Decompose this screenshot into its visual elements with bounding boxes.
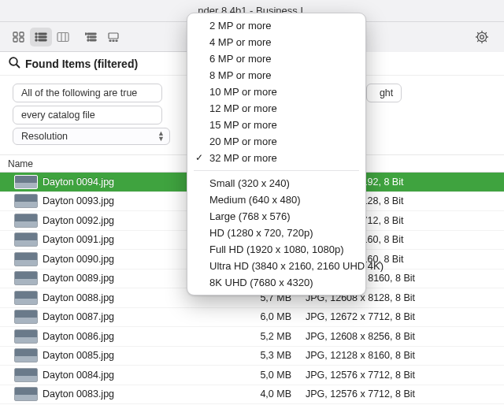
table-row[interactable]: Dayton 0085.jpg5,3 MBJPG, 12128 x 8160, …: [0, 347, 504, 366]
settings-button[interactable]: [471, 28, 493, 46]
svg-rect-19: [109, 33, 118, 39]
svg-rect-21: [113, 40, 114, 42]
menu-item[interactable]: 8K UHD (7680 x 4320): [187, 274, 365, 291]
grid-icon: [13, 32, 25, 43]
menu-item[interactable]: Medium (640 x 480): [187, 191, 365, 208]
menu-item[interactable]: Full HD (1920 x 1080, 1080p): [187, 241, 365, 258]
file-size: 5,2 MB: [236, 331, 299, 342]
thumbnail-icon: [14, 291, 38, 305]
thumbnail-icon: [14, 175, 38, 189]
right-button-partial[interactable]: ght: [366, 84, 402, 102]
thumbnail-icon: [14, 232, 38, 247]
found-label: Found Items (filtered): [25, 58, 138, 70]
svg-rect-1: [20, 32, 24, 36]
svg-rect-3: [20, 38, 24, 42]
menu-item[interactable]: 8 MP or more: [187, 67, 365, 84]
svg-rect-7: [39, 36, 46, 37]
resolution-select[interactable]: Resolution ▲▼: [13, 128, 170, 145]
view-grid-button[interactable]: [8, 28, 30, 46]
columns-icon: [57, 32, 69, 43]
menu-item[interactable]: Ultra HD (3840 x 2160, 2160 UHD 4K): [187, 258, 365, 274]
table-row[interactable]: Dayton 0084.jpg5,0 MBJPG, 12576 x 7712, …: [0, 366, 504, 385]
file-name: Dayton 0086.jpg: [43, 331, 236, 342]
filmstrip-icon: [106, 32, 120, 43]
file-name: Dayton 0085.jpg: [43, 350, 236, 361]
thumbnail-icon: [14, 387, 38, 401]
resolution-select-label: Resolution: [21, 131, 158, 142]
file-size: 6,0 MB: [236, 311, 299, 322]
view-columns-button[interactable]: [52, 28, 74, 46]
menu-item[interactable]: 32 MP or more: [187, 150, 365, 166]
menu-item[interactable]: 15 MP or more: [187, 117, 365, 133]
svg-rect-9: [39, 39, 46, 40]
menu-item[interactable]: 4 MP or more: [187, 34, 365, 50]
menu-item[interactable]: HD (1280 x 720, 720p): [187, 225, 365, 241]
menu-item[interactable]: 20 MP or more: [187, 133, 365, 150]
thumbnail-icon: [14, 310, 38, 324]
svg-point-14: [85, 33, 87, 35]
svg-line-26: [17, 65, 20, 68]
view-list-button[interactable]: [30, 28, 52, 46]
media-info: JPG, 12608 x 8256, 8 Bit: [299, 331, 504, 342]
svg-rect-20: [109, 40, 111, 42]
svg-rect-17: [90, 39, 96, 40]
menu-separator: [194, 170, 359, 171]
menu-item[interactable]: 12 MP or more: [187, 100, 365, 117]
svg-rect-13: [87, 33, 96, 34]
view-mode-group: [8, 28, 124, 46]
menu-item[interactable]: 6 MP or more: [187, 50, 365, 67]
media-info: JPG, 12128 x 8160, 8 Bit: [299, 350, 504, 361]
table-row[interactable]: Dayton 0087.jpg6,0 MBJPG, 12672 x 7712, …: [0, 308, 504, 328]
thumbnail-icon: [14, 271, 38, 285]
menu-item[interactable]: 10 MP or more: [187, 84, 365, 100]
svg-rect-0: [13, 32, 17, 36]
media-info: JPG, 12576 x 7712, 8 Bit: [299, 388, 504, 400]
svg-rect-5: [39, 33, 46, 34]
gear-icon: [475, 30, 489, 44]
view-film-button[interactable]: [102, 28, 124, 46]
menu-item[interactable]: 2 MP or more: [187, 17, 365, 34]
media-info: JPG, 12576 x 7712, 8 Bit: [299, 370, 504, 381]
thumbnail-icon: [14, 214, 38, 228]
thumbnail-icon: [14, 368, 38, 382]
file-size: 4,0 MB: [236, 388, 299, 400]
list-icon: [35, 32, 47, 43]
updown-icon: ▲▼: [158, 131, 165, 142]
svg-point-18: [87, 39, 89, 41]
menu-item[interactable]: Large (768 x 576): [187, 208, 365, 225]
media-info: JPG, 12672 x 7712, 8 Bit: [299, 311, 504, 322]
thumbnail-icon: [14, 348, 38, 362]
filter-all-true[interactable]: All of the following are true: [13, 84, 162, 102]
svg-point-24: [477, 32, 486, 41]
svg-point-25: [9, 58, 17, 65]
menu-item[interactable]: Small (320 x 240): [187, 175, 365, 191]
file-name: Dayton 0084.jpg: [43, 370, 236, 381]
svg-point-8: [35, 39, 37, 41]
table-row[interactable]: Dayton 0083.jpg4,0 MBJPG, 12576 x 7712, …: [0, 385, 504, 405]
view-outline-button[interactable]: [80, 28, 102, 46]
thumbnail-icon: [14, 194, 38, 208]
svg-point-4: [35, 33, 37, 35]
svg-point-6: [35, 36, 37, 38]
toolbar-right: [362, 22, 504, 52]
thumbnail-icon: [14, 329, 38, 344]
file-size: 5,0 MB: [236, 370, 299, 381]
svg-rect-2: [13, 38, 17, 42]
resolution-menu[interactable]: 2 MP or more4 MP or more6 MP or more8 MP…: [187, 13, 366, 295]
table-row[interactable]: Dayton 0086.jpg5,2 MBJPG, 12608 x 8256, …: [0, 327, 504, 347]
svg-rect-22: [116, 40, 117, 42]
svg-point-23: [480, 35, 484, 39]
svg-rect-15: [90, 36, 96, 37]
magnify-icon: [8, 56, 20, 72]
file-size: 5,3 MB: [236, 350, 299, 361]
file-name: Dayton 0083.jpg: [43, 388, 236, 400]
file-name: Dayton 0087.jpg: [43, 311, 236, 322]
outline-icon: [85, 32, 98, 43]
svg-point-16: [87, 36, 89, 38]
svg-rect-10: [57, 32, 69, 41]
thumbnail-icon: [14, 252, 38, 266]
filter-every-catalog[interactable]: every catalog file: [13, 106, 162, 125]
